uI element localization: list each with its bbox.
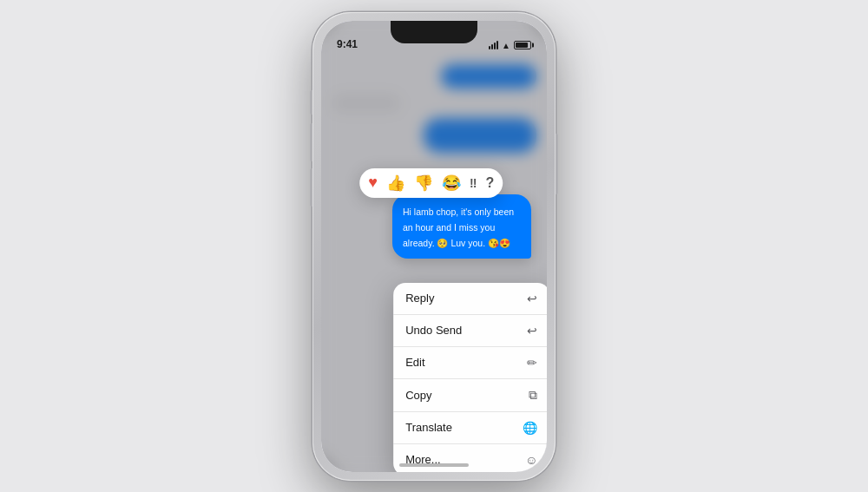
reply-icon: ↩	[527, 292, 537, 305]
menu-item-copy-label: Copy	[405, 389, 431, 402]
menu-item-translate[interactable]: Translate 🌐	[393, 412, 547, 444]
main-bubble-text: Hi lamb chop, it's only been an hour and…	[403, 207, 514, 248]
signal-bar-4	[496, 41, 498, 49]
menu-item-edit[interactable]: Edit ✏	[393, 347, 547, 379]
phone-screen: 9:41 ▲ ♥ 👍 👎 😂 ‼ ?	[321, 21, 547, 472]
signal-bar-2	[491, 44, 493, 49]
volume-down-button	[310, 168, 312, 207]
notch	[391, 21, 477, 43]
edit-icon: ✏	[527, 356, 537, 370]
battery-fill	[516, 43, 528, 48]
copy-icon: ⧉	[529, 388, 537, 403]
reaction-thumbs-up[interactable]: 👍	[386, 174, 405, 193]
menu-item-translate-label: Translate	[405, 421, 452, 434]
context-menu: Reply ↩ Undo Send ↩ Edit ✏ Copy ⧉ Transl…	[393, 283, 547, 472]
menu-item-edit-label: Edit	[405, 356, 424, 369]
battery-icon	[514, 41, 531, 49]
signal-bar-3	[494, 43, 496, 49]
home-indicator	[399, 463, 469, 467]
mute-button	[310, 90, 312, 115]
undo-send-icon: ↩	[527, 324, 537, 338]
power-button	[556, 134, 558, 194]
more-icon: ☺	[525, 453, 537, 467]
reaction-thumbs-down[interactable]: 👎	[414, 174, 433, 193]
menu-item-more[interactable]: More... ☺	[393, 444, 547, 472]
menu-item-undo-send[interactable]: Undo Send ↩	[393, 315, 547, 347]
volume-up-button	[310, 123, 312, 161]
menu-item-copy[interactable]: Copy ⧉	[393, 379, 547, 412]
main-message-bubble: Hi lamb chop, it's only been an hour and…	[392, 194, 531, 259]
reaction-heart[interactable]: ♥	[368, 174, 378, 192]
reaction-exclamation[interactable]: ‼	[470, 176, 477, 190]
reaction-question[interactable]: ?	[485, 175, 494, 191]
signal-icon	[489, 41, 498, 49]
menu-item-reply[interactable]: Reply ↩	[393, 283, 547, 315]
reaction-bar: ♥ 👍 👎 😂 ‼ ?	[359, 168, 503, 198]
reaction-haha[interactable]: 😂	[442, 174, 461, 193]
translate-icon: 🌐	[523, 421, 537, 435]
phone-frame: 9:41 ▲ ♥ 👍 👎 😂 ‼ ?	[312, 12, 556, 481]
wifi-icon: ▲	[502, 41, 510, 50]
signal-bar-1	[489, 46, 490, 49]
status-time: 9:41	[337, 38, 358, 52]
menu-item-undo-send-label: Undo Send	[405, 324, 462, 337]
status-icons: ▲	[489, 41, 531, 52]
menu-item-reply-label: Reply	[405, 292, 434, 305]
